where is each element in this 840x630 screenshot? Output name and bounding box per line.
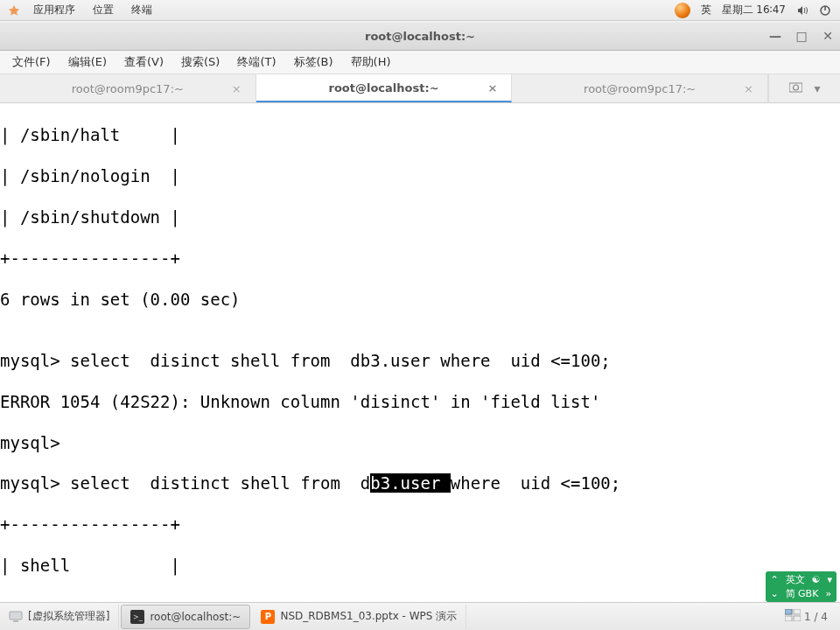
tabbar-utility: ▾ (768, 74, 840, 102)
workspace-grid-icon (785, 609, 801, 624)
tab-label: root@room9pc17:~ (72, 82, 184, 95)
taskbar-item-terminal[interactable]: >_ root@localhost:~ (121, 605, 250, 629)
window-titlebar[interactable]: root@localhost:~ — □ ✕ (0, 21, 840, 51)
terminal-tabbar: root@room9pc17:~ × root@localhost:~ × ro… (0, 74, 840, 103)
terminal-line: | /sbin/nologin | (0, 166, 840, 186)
terminal-tab-2[interactable]: root@room9pc17:~ × (512, 74, 768, 102)
taskbar-label: [虚拟系统管理器] (28, 609, 109, 624)
tab-close-icon[interactable]: × (232, 82, 242, 95)
panel-input-method[interactable]: 英 (696, 3, 717, 18)
power-icon[interactable] (814, 4, 836, 17)
panel-notification-icon[interactable] (669, 3, 696, 18)
terminal-line: +----------------+ (0, 248, 840, 269)
menu-file[interactable]: 文件(F) (4, 54, 60, 70)
panel-places[interactable]: 位置 (84, 3, 122, 18)
ime-arrow-icon[interactable]: » (823, 588, 833, 599)
panel-applications[interactable]: 应用程序 (24, 3, 84, 18)
tabbar-menu-dropdown[interactable]: ▾ (815, 81, 821, 95)
svg-rect-10 (785, 616, 792, 621)
taskbar-item-vm-manager[interactable]: [虚拟系统管理器] (0, 605, 119, 629)
terminal-selection: b3.user (370, 473, 451, 493)
menu-search[interactable]: 搜索(S) (172, 54, 228, 70)
terminal-line: mysql> (0, 433, 840, 453)
maximize-button[interactable]: □ (794, 29, 808, 43)
terminal-tab-1[interactable]: root@localhost:~ × (256, 74, 513, 102)
terminal-line: +----------------+ (0, 514, 840, 535)
menu-help[interactable]: 帮助(H) (342, 54, 400, 70)
tab-label: root@room9pc17:~ (584, 82, 696, 95)
menu-tabs[interactable]: 标签(B) (285, 54, 342, 70)
taskbar-label: NSD_RDBMS1_03.pptx - WPS 演示 (280, 609, 457, 624)
activities-icon[interactable] (7, 4, 21, 18)
text-cursor-ibeam: e (491, 473, 500, 493)
ime-encoding[interactable]: 简 GBK (784, 587, 821, 600)
svg-rect-4 (10, 612, 22, 620)
terminal-tab-0[interactable]: root@room9pc17:~ × (0, 74, 256, 102)
tab-close-icon[interactable]: × (487, 81, 497, 94)
terminal-menubar: 文件(F) 编辑(E) 查看(V) 搜索(S) 终端(T) 标签(B) 帮助(H… (0, 51, 840, 74)
panel-terminal[interactable]: 终端 (122, 3, 161, 18)
window-title: root@localhost:~ (365, 30, 475, 43)
wps-icon: P (261, 610, 275, 624)
terminal-line: | /sbin/shutdown | (0, 207, 840, 228)
menu-terminal[interactable]: 终端(T) (228, 54, 284, 70)
terminal-line: | shell | (0, 556, 840, 576)
terminal-line: mysql> select disinct shell from db3.use… (0, 351, 840, 371)
svg-text:>_: >_ (133, 613, 144, 621)
svg-rect-5 (13, 620, 18, 622)
minimize-button[interactable]: — (768, 29, 782, 43)
ime-down-icon[interactable]: ⌄ (768, 588, 780, 599)
ime-caret-icon[interactable]: ▾ (825, 574, 834, 585)
monitor-icon (9, 610, 23, 624)
panel-datetime[interactable]: 星期二 16∶47 (717, 3, 791, 18)
svg-point-3 (793, 85, 798, 90)
taskbar-label: root@localhost:~ (150, 611, 241, 623)
terminal-line: ERROR 1054 (42S22): Unknown column 'disi… (0, 392, 840, 412)
terminal-icon: >_ (130, 610, 144, 624)
menu-edit[interactable]: 编辑(E) (60, 54, 116, 70)
svg-rect-8 (785, 609, 792, 614)
workspace-indicator: 1 / 4 (804, 611, 828, 623)
gnome-top-panel: 应用程序 位置 终端 英 星期二 16∶47 (0, 0, 840, 21)
tab-label: root@localhost:~ (328, 81, 438, 94)
taskbar-item-wps[interactable]: P NSD_RDBMS1_03.pptx - WPS 演示 (252, 605, 466, 629)
volume-icon[interactable] (791, 4, 814, 17)
tabbar-camera-icon[interactable] (789, 81, 802, 95)
terminal-output[interactable]: | /sbin/halt | | /sbin/nologin | | /sbin… (0, 103, 840, 602)
ime-up-icon[interactable]: ⌃ (768, 574, 780, 585)
menu-view[interactable]: 查看(V) (116, 54, 172, 70)
svg-rect-9 (794, 609, 801, 614)
ime-lang[interactable]: 英文 (784, 573, 807, 586)
tab-close-icon[interactable]: × (744, 82, 753, 95)
close-button[interactable]: ✕ (821, 29, 835, 43)
workspace-switcher[interactable]: 1 / 4 (773, 609, 840, 624)
svg-rect-11 (794, 616, 801, 621)
ime-floating-panel[interactable]: ⌃英文☯▾ ⌄简 GBK» (766, 571, 836, 602)
terminal-line: | /sbin/halt | (0, 125, 840, 145)
terminal-line: mysql> select distinct shell from db3.us… (0, 473, 840, 494)
ime-symbol-icon[interactable]: ☯ (810, 574, 822, 585)
terminal-line: 6 rows in set (0.00 sec) (0, 290, 840, 310)
gnome-bottom-panel: [虚拟系统管理器] >_ root@localhost:~ P NSD_RDBM… (0, 602, 840, 630)
